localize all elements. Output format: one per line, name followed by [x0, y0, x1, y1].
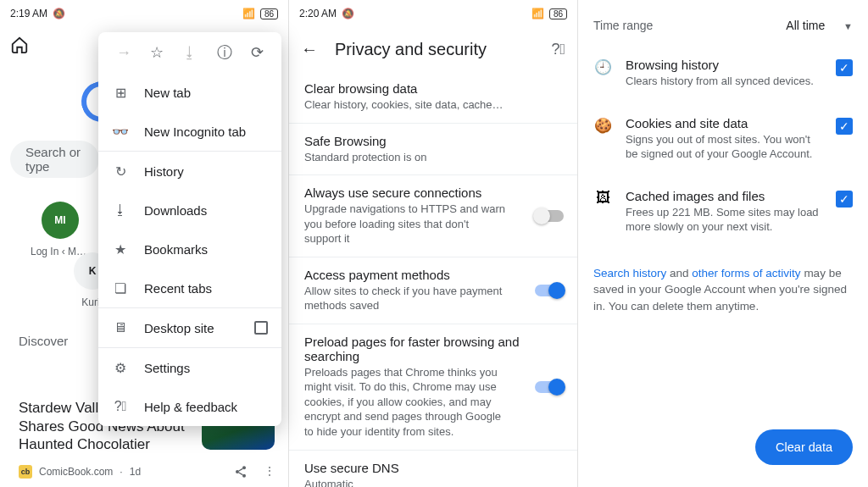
article-source: ComicBook.com [39, 466, 113, 478]
menu-recent-tabs[interactable]: ❏ Recent tabs [98, 268, 281, 307]
setting-subtitle: Standard protection is on [304, 150, 508, 165]
star-icon[interactable]: ☆ [150, 43, 164, 62]
download-icon: ⭳ [112, 202, 129, 218]
overflow-menu: → ☆ ⭳ ⓘ ⟳ ⊞ New tab 👓 New Incognito tab … [98, 32, 281, 426]
menu-label: Desktop site [144, 321, 214, 335]
svg-point-1 [236, 470, 239, 473]
time-range-label: Time range [593, 19, 653, 32]
clear-option-cache[interactable]: 🖼 Cached images and files Frees up 221 M… [593, 175, 853, 248]
option-title: Cached images and files [626, 189, 822, 203]
menu-history[interactable]: ↻ History [98, 152, 281, 191]
clear-data-button[interactable]: Clear data [755, 429, 853, 465]
page-title: Privacy and security [335, 40, 534, 59]
mute-icon: 🔕 [53, 8, 65, 19]
svg-point-0 [242, 466, 246, 469]
menu-bookmarks[interactable]: ★ Bookmarks [98, 230, 281, 268]
footer-note: Search history and other forms of activi… [593, 265, 853, 315]
plus-box-icon: ⊞ [112, 85, 129, 101]
setting-title: Use secure DNS [304, 461, 562, 475]
menu-help[interactable]: ?⃝ Help & feedback [98, 387, 281, 426]
option-title: Browsing history [626, 58, 822, 72]
gear-icon: ⚙ [112, 360, 129, 376]
chevron-down-icon: ▼ [843, 21, 853, 31]
menu-label: Bookmarks [144, 242, 208, 257]
signal-icon: 📶 [531, 8, 544, 19]
menu-label: Settings [144, 361, 190, 375]
setting-title: Always use secure connections [304, 185, 562, 200]
clock-icon: 🕘 [593, 58, 612, 89]
checkbox-checked[interactable]: ✓ [836, 118, 853, 135]
svg-point-2 [242, 474, 246, 478]
time-range-value: All time [786, 19, 825, 32]
menu-label: New Incognito tab [144, 125, 246, 139]
menu-label: Downloads [144, 203, 207, 218]
image-icon: 🖼 [593, 190, 612, 235]
other-activity-link[interactable]: other forms of activity [692, 267, 800, 279]
menu-desktop-site[interactable]: 🖥 Desktop site [98, 308, 281, 347]
refresh-icon[interactable]: ⟳ [251, 43, 264, 62]
search-history-link[interactable]: Search history [593, 267, 666, 279]
desktop-icon: 🖥 [112, 320, 129, 335]
menu-label: Recent tabs [144, 281, 212, 296]
tabs-icon: ❏ [112, 280, 129, 296]
menu-label: Help & feedback [144, 400, 237, 414]
setting-payment-methods[interactable]: Access payment methods Allow sites to ch… [289, 257, 577, 324]
clear-option-cookies[interactable]: 🍪 Cookies and site data Signs you out of… [593, 102, 853, 175]
battery-indicator: 86 [549, 8, 567, 19]
back-icon[interactable]: ← [301, 40, 318, 59]
share-icon[interactable] [234, 465, 248, 479]
forward-icon[interactable]: → [116, 44, 131, 62]
download-icon[interactable]: ⭳ [182, 44, 198, 62]
status-bar: 2:19 AM 🔕 📶 86 [0, 0, 288, 27]
setting-safe-browsing[interactable]: Safe Browsing Standard protection is on [289, 124, 577, 176]
bookmark-icon: ★ [112, 241, 129, 257]
source-badge-icon: cb [19, 465, 32, 479]
menu-new-incognito[interactable]: 👓 New Incognito tab [98, 112, 281, 151]
signal-icon: 📶 [242, 8, 255, 19]
more-icon[interactable]: ⋮ [264, 465, 275, 479]
option-desc: Clears history from all synced devices. [626, 74, 822, 89]
setting-title: Access payment methods [304, 268, 562, 282]
toggle-on[interactable] [535, 285, 564, 296]
checkbox-unchecked-icon[interactable] [254, 321, 268, 335]
clear-option-history[interactable]: 🕘 Browsing history Clears history from a… [593, 44, 853, 102]
option-desc: Frees up 221 MB. Some sites may load mor… [626, 205, 822, 235]
help-icon: ?⃝ [112, 399, 129, 414]
time-range-selector[interactable]: Time range All time ▼ [593, 7, 853, 44]
menu-label: History [144, 164, 184, 179]
setting-subtitle: Upgrade navigations to HTTPS and warn yo… [304, 202, 508, 246]
menu-settings[interactable]: ⚙ Settings [98, 348, 281, 387]
setting-subtitle: Clear history, cookies, site data, cache… [304, 97, 508, 113]
help-icon[interactable]: ?⃝ [551, 41, 565, 58]
checkbox-checked[interactable]: ✓ [836, 191, 853, 208]
search-placeholder: Search or type [25, 145, 99, 174]
setting-secure-dns[interactable]: Use secure DNS Automatic [289, 451, 577, 487]
checkbox-checked[interactable]: ✓ [836, 59, 853, 76]
toggle-on[interactable] [535, 381, 564, 393]
setting-secure-connections[interactable]: Always use secure connections Upgrade na… [289, 175, 577, 257]
status-time: 2:19 AM [10, 8, 47, 19]
setting-clear-browsing[interactable]: Clear browsing data Clear history, cooki… [289, 71, 577, 124]
option-desc: Signs you out of most sites. You won't b… [626, 132, 822, 162]
menu-downloads[interactable]: ⭳ Downloads [98, 191, 281, 230]
history-icon: ↻ [112, 163, 129, 180]
incognito-icon: 👓 [112, 124, 129, 140]
status-time: 2:20 AM [299, 8, 337, 19]
battery-indicator: 86 [260, 8, 278, 19]
menu-new-tab[interactable]: ⊞ New tab [98, 73, 281, 112]
toggle-off[interactable] [535, 210, 564, 222]
option-title: Cookies and site data [626, 116, 822, 130]
article-age: 1d [130, 466, 141, 478]
note-text: and [666, 267, 692, 279]
tile-icon: MI [42, 202, 79, 239]
setting-title: Safe Browsing [304, 134, 562, 148]
setting-subtitle: Allow sites to check if you have payment… [304, 284, 508, 313]
setting-subtitle: Preloads pages that Chrome thinks you mi… [304, 365, 508, 440]
search-input[interactable]: Search or type [10, 141, 99, 178]
setting-subtitle: Automatic [304, 477, 508, 487]
setting-title: Preload pages for faster browsing and se… [304, 335, 562, 363]
menu-label: New tab [144, 86, 191, 100]
setting-title: Clear browsing data [304, 81, 562, 96]
info-icon[interactable]: ⓘ [217, 42, 232, 63]
setting-preload-pages[interactable]: Preload pages for faster browsing and se… [289, 324, 577, 451]
